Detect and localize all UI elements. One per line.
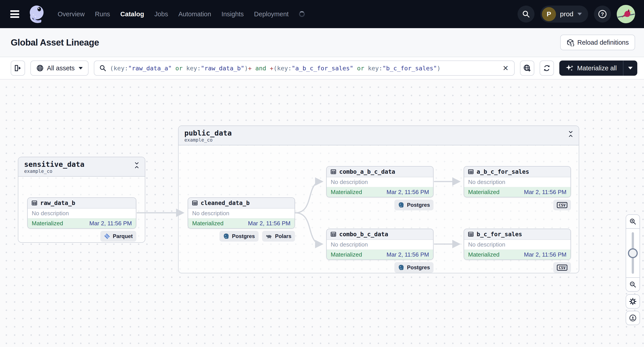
materialize-all-label: Materialize all <box>577 64 617 72</box>
tag-postgres[interactable]: Postgres <box>394 200 434 210</box>
hamburger-menu-icon[interactable] <box>9 9 20 19</box>
postgres-icon <box>223 233 229 239</box>
search-query-text: (key:"raw_data_a" or key:"raw_data_b")+ … <box>110 65 498 72</box>
deployment-initial-badge: P <box>542 7 556 21</box>
asset-name: combo_b_c_data <box>339 231 388 238</box>
clear-search-button[interactable]: × <box>502 63 509 73</box>
asset-description: No description <box>327 177 433 187</box>
user-avatar[interactable] <box>617 5 635 23</box>
asset-scope-dropdown[interactable]: All assets <box>30 60 88 76</box>
nav-items: Overview Runs Catalog Jobs Automation In… <box>58 10 305 18</box>
tag-label: Polars <box>275 233 292 239</box>
asset-name: raw_data_b <box>40 200 75 206</box>
materialize-all-button[interactable]: Materialize all <box>559 60 623 76</box>
tag-postgres[interactable]: Postgres <box>220 231 258 242</box>
view-full-graph-button[interactable] <box>520 60 534 76</box>
graph-settings-button[interactable] <box>626 294 640 309</box>
asset-status-row: Materialized Mar 2, 11:56 PM <box>464 187 570 197</box>
zoom-out-button[interactable] <box>626 277 640 291</box>
nav-item-runs[interactable]: Runs <box>95 10 110 18</box>
top-nav: Overview Runs Catalog Jobs Automation In… <box>0 0 644 28</box>
asset-status-row: Materialized Mar 2, 11:56 PM <box>327 250 433 260</box>
tag-postgres[interactable]: Postgres <box>394 262 434 273</box>
globe-plus-icon <box>523 64 531 72</box>
parquet-icon <box>104 233 110 239</box>
tags-a-b-c-for-sales: CSV <box>553 200 571 210</box>
tag-csv[interactable]: CSV <box>553 200 571 210</box>
help-button[interactable]: ? <box>594 5 611 22</box>
zoom-in-icon <box>629 218 636 225</box>
chevron-down-icon <box>79 67 83 69</box>
nav-right-cluster: P prod ? <box>518 5 635 23</box>
question-mark-icon: ? <box>598 9 607 19</box>
svg-text:?: ? <box>601 11 604 17</box>
search-icon <box>99 64 106 72</box>
asset-node-cleaned-data-b[interactable]: cleaned_data_b No description Materializ… <box>188 197 295 229</box>
asset-name: combo_a_b_c_data <box>339 168 395 175</box>
nav-item-deployment[interactable]: Deployment <box>254 10 289 18</box>
nav-item-overview[interactable]: Overview <box>58 10 85 18</box>
asset-status-row: Materialized Mar 2, 11:56 PM <box>188 218 294 228</box>
table-icon <box>468 231 474 237</box>
csv-icon: CSV <box>557 202 567 208</box>
asset-status-row: Materialized Mar 2, 11:56 PM <box>464 250 570 260</box>
tag-parquet[interactable]: Parquet <box>100 231 136 242</box>
tags-raw-data-b: Parquet <box>100 231 136 242</box>
asset-name: cleaned_data_b <box>201 200 250 206</box>
deployment-switcher[interactable]: P prod <box>540 5 588 22</box>
sparkles-icon <box>566 64 574 72</box>
asset-node-a-b-c-for-sales[interactable]: a_b_c_for_sales No description Materiali… <box>464 166 571 197</box>
asset-node-combo-b-c-data[interactable]: combo_b_c_data No description Materializ… <box>326 229 434 260</box>
polars-icon <box>266 234 272 239</box>
download-image-button[interactable] <box>626 311 640 325</box>
materialize-options-caret[interactable] <box>624 60 637 76</box>
tag-label: Postgres <box>407 202 430 208</box>
asset-search-input[interactable]: (key:"raw_data_a" or key:"raw_data_b")+ … <box>94 60 514 76</box>
status-label: Materialized <box>331 189 362 196</box>
search-icon <box>522 10 530 18</box>
tag-csv[interactable]: CSV <box>553 262 571 273</box>
asset-description: No description <box>188 209 294 218</box>
refresh-button[interactable] <box>540 60 554 76</box>
download-icon <box>629 314 637 322</box>
nav-item-automation[interactable]: Automation <box>178 10 211 18</box>
reload-definitions-label: Reload definitions <box>577 39 629 46</box>
dagster-logo[interactable] <box>27 3 48 24</box>
status-label: Materialized <box>468 251 500 258</box>
zoom-out-icon <box>629 281 636 288</box>
tag-label: Postgres <box>232 233 255 239</box>
asset-description: No description <box>464 240 570 250</box>
zoom-slider-handle[interactable] <box>628 248 638 258</box>
deployment-name: prod <box>560 10 574 18</box>
status-label: Materialized <box>468 189 500 196</box>
postgres-icon <box>398 202 404 208</box>
status-label: Materialized <box>192 220 224 227</box>
globe-icon <box>36 64 44 72</box>
reload-definitions-button[interactable]: Reload definitions <box>560 35 635 50</box>
lineage-canvas[interactable]: sensitive_data example_co public_data ex… <box>0 80 644 347</box>
tag-polars[interactable]: Polars <box>262 231 295 242</box>
table-icon <box>192 200 198 206</box>
postgres-icon <box>398 264 404 271</box>
nav-item-jobs[interactable]: Jobs <box>154 10 168 18</box>
asset-description: No description <box>464 177 570 187</box>
asset-node-combo-a-b-c-data[interactable]: combo_a_b_c_data No description Material… <box>326 166 434 197</box>
dagster-app: Overview Runs Catalog Jobs Automation In… <box>0 0 644 347</box>
tags-b-c-for-sales: CSV <box>553 262 571 273</box>
status-timestamp: Mar 2, 11:56 PM <box>524 251 566 258</box>
zoom-in-button[interactable] <box>626 215 640 229</box>
asset-name: b_c_for_sales <box>477 231 522 238</box>
nav-item-catalog[interactable]: Catalog <box>120 10 144 18</box>
search-button[interactable] <box>518 5 534 22</box>
status-label: Materialized <box>32 220 63 227</box>
asset-node-raw-data-b[interactable]: raw_data_b No description Materialized M… <box>27 197 136 229</box>
table-icon <box>330 231 336 237</box>
asset-description: No description <box>28 209 136 218</box>
tag-label: Postgres <box>407 264 430 271</box>
page-header: Global Asset Lineage Reload definitions <box>0 28 644 57</box>
status-timestamp: Mar 2, 11:56 PM <box>524 189 566 196</box>
open-side-panel-button[interactable] <box>11 60 25 76</box>
status-timestamp: Mar 2, 11:56 PM <box>90 220 132 227</box>
asset-node-b-c-for-sales[interactable]: b_c_for_sales No description Materialize… <box>464 229 571 260</box>
nav-item-insights[interactable]: Insights <box>222 10 244 18</box>
